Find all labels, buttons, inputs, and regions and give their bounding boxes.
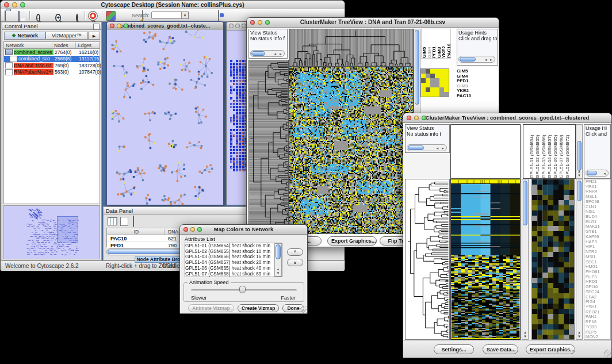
zoom-panel-canvas[interactable] [531, 179, 575, 340]
view-status-hscrollbar[interactable]: ◄ ► [250, 50, 285, 57]
dense-network-canvas[interactable] [230, 59, 247, 171]
gene-label[interactable]: NTR2 [586, 250, 610, 255]
gene-label[interactable]: HMG1 [586, 265, 610, 270]
tab-overflow-button[interactable]: ▶ [88, 32, 100, 40]
zoom-matrix-cell[interactable] [444, 74, 449, 78]
zoom-window-icon[interactable] [422, 116, 426, 120]
search-dropdown-icon[interactable]: ▾ [181, 12, 189, 19]
new-attribute-icon[interactable] [120, 217, 128, 226]
gene-label[interactable]: PFD1 [586, 179, 610, 185]
zoom-matrix-cell[interactable] [421, 92, 426, 97]
attribute-select-icon[interactable] [108, 217, 117, 225]
zoom-matrix-cell[interactable] [435, 78, 439, 83]
attribute-list[interactable]: GPL51-01 (GSM854) heat shock 05 minGPL51… [185, 243, 282, 277]
zoom-matrix-cell[interactable] [430, 74, 435, 78]
zoom-matrix-cell[interactable] [426, 69, 430, 74]
create-vizmap-button[interactable]: Create Vizmap [238, 304, 279, 312]
column-label[interactable]: GPL51-01 (GSM854) [529, 125, 535, 178]
gene-label[interactable]: BUD4 [586, 214, 610, 220]
delete-attribute-icon[interactable] [133, 216, 134, 227]
attribute-list-item[interactable]: GPL51-02 (GSM855) heat shock 10 min [185, 249, 282, 255]
gene-label[interactable]: MON2 [586, 335, 610, 340]
zoom-matrix-cell[interactable] [426, 83, 430, 87]
zoom-column-label[interactable]: YKE2 [441, 29, 446, 58]
attribute-list-vscrollbar[interactable]: ▲▼ [274, 243, 282, 277]
zoom-matrix-cell[interactable] [444, 83, 449, 87]
save-icon[interactable] [18, 11, 20, 22]
gene-label[interactable]: GTB1 [586, 229, 610, 235]
usage-hints-hscrollbar[interactable]: ◄ [586, 170, 609, 177]
tab-network[interactable]: ❖ Network [4, 32, 45, 40]
gene-label[interactable]: SEC1 [586, 260, 610, 265]
close-icon[interactable] [183, 227, 188, 232]
usage-hints-hscrollbar[interactable]: ◄ ► [458, 56, 495, 63]
zoom-matrix-cell[interactable] [426, 92, 430, 97]
zoom-matrix-cell[interactable] [421, 87, 426, 92]
heatmap-canvas[interactable] [289, 67, 414, 234]
vizmapper-icon[interactable] [106, 11, 116, 21]
zoom-matrix-cell[interactable] [435, 83, 439, 87]
close-icon[interactable] [407, 116, 411, 120]
zoom-column-label[interactable]: PAC10 [446, 29, 452, 58]
animation-speed-slider-thumb[interactable] [239, 286, 246, 293]
gene-label[interactable]: MAK31 [586, 224, 610, 229]
zoom-matrix-cell[interactable] [430, 87, 435, 92]
zoom-out-icon[interactable]: - [36, 14, 40, 22]
col-id[interactable]: ID [107, 229, 165, 235]
zoom-matrix-cell[interactable] [426, 78, 430, 83]
zoom-matrix-cell[interactable] [435, 87, 439, 92]
zoom-matrix-cell[interactable] [439, 74, 444, 78]
move-down-button[interactable]: v [287, 259, 303, 266]
zoom-window-icon[interactable] [197, 227, 202, 232]
minimize-icon[interactable] [190, 227, 195, 232]
zoom-matrix-cell[interactable] [430, 83, 435, 87]
gene-label[interactable]: PHO81 [586, 270, 610, 275]
gene-label[interactable]: GPI16 [586, 285, 610, 290]
gene-label[interactable]: YSH1 [586, 305, 610, 310]
col-nodes[interactable]: Nodes [52, 43, 76, 48]
resize-grip[interactable] [300, 306, 307, 313]
gene-label[interactable]: CLN1 [586, 205, 610, 210]
zoom-window-icon[interactable] [124, 24, 128, 28]
gene-label[interactable]: FIG4 [586, 300, 610, 305]
zoom-matrix-cell[interactable] [444, 78, 449, 83]
zoom-column-label[interactable]: GIM4 [427, 29, 432, 58]
zoom-matrix-cell[interactable] [439, 92, 444, 97]
export-graphics-button[interactable]: Export Graphics... [327, 236, 377, 246]
export-graphics-button[interactable]: Export Graphics... [526, 344, 575, 354]
gene-label[interactable]: TCB3 [586, 325, 610, 330]
gene-label[interactable]: RNR4 [586, 189, 610, 194]
column-label[interactable]: GPL51-04 (GSM857) [547, 125, 553, 178]
close-icon[interactable] [229, 24, 234, 28]
column-labels-vscrollbar[interactable]: ▲▼ [576, 124, 583, 179]
network-table-row[interactable]: DNA and Tran 07 769(0) 183728(0) [4, 62, 100, 69]
close-icon[interactable] [110, 24, 114, 28]
gene-label[interactable]: PEP5 [586, 330, 610, 335]
zoom-column-label[interactable]: GIM5 [422, 29, 427, 58]
network-view-canvas[interactable] [107, 30, 223, 205]
gene-label[interactable]: RPO21 [586, 310, 610, 315]
main-titlebar[interactable]: Cytoscape Desktop (Session Name: collins… [1, 1, 345, 10]
zoom-window-icon[interactable] [20, 2, 25, 7]
open-file-icon[interactable] [5, 10, 6, 21]
gene-label[interactable]: KAP95 [586, 235, 610, 240]
attribute-list-item[interactable]: GPL51-04 (GSM857) heat shock 20 min [185, 260, 282, 266]
gene-label[interactable]: NIS1 [586, 209, 610, 214]
gene-label[interactable]: VIP1 [586, 244, 610, 250]
zoom-matrix-cell[interactable] [430, 78, 435, 83]
help-lifesaver-icon[interactable] [88, 11, 98, 21]
animate-vizmap-button[interactable]: Animate Vizmap [188, 304, 234, 312]
zoom-matrix-cell[interactable] [435, 92, 439, 97]
close-icon[interactable] [4, 2, 9, 7]
zoom-matrix-cell[interactable] [444, 92, 449, 97]
column-label[interactable]: GPL51-03 (GSM856) [541, 125, 547, 178]
gene-label[interactable]: SPC98 [586, 200, 610, 205]
zoom-matrix-cell[interactable] [444, 69, 449, 74]
resize-grip[interactable] [604, 350, 611, 357]
minimize-icon[interactable] [414, 116, 419, 120]
zoom-matrix-cell[interactable] [439, 83, 444, 87]
zoom-row-label[interactable]: PAC10 [457, 94, 497, 99]
tab-vizmapper[interactable]: VizMapper™ [45, 32, 88, 40]
zoom-window-icon[interactable] [242, 24, 246, 28]
zoom-matrix-cell[interactable] [439, 78, 444, 83]
